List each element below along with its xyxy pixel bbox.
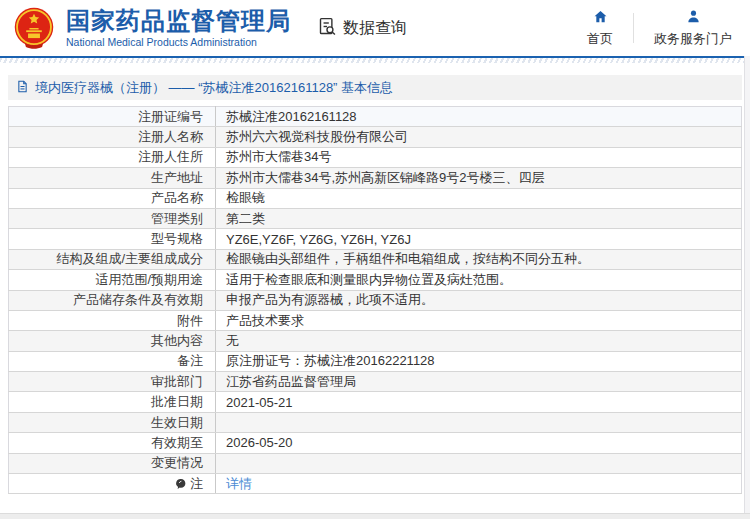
row-label: 注册人住所 — [9, 147, 216, 167]
page-title-bar: 境内医疗器械（注册） —— “苏械注准20162161128” 基本信息 — [8, 75, 742, 100]
row-label: 结构及组成/主要组成成分 — [9, 249, 216, 269]
row-value: 苏州市大儒巷34号 — [216, 147, 742, 167]
scrollbar[interactable] — [744, 56, 750, 513]
row-label: 附件 — [9, 310, 216, 330]
row-label: 其他内容 — [9, 331, 216, 351]
nav-home-label: 首页 — [587, 30, 613, 48]
row-label-text: 备注 — [177, 353, 203, 368]
nav-data-query[interactable]: 数据查询 — [317, 16, 407, 41]
row-label-text: 型号规格 — [151, 231, 203, 246]
table-row: 有效期至2026-05-20 — [9, 433, 742, 453]
row-label-text: 变更情况 — [151, 455, 203, 470]
table-row: 其他内容无 — [9, 331, 742, 351]
row-value: 详情 — [216, 474, 742, 494]
document-icon — [16, 79, 29, 97]
nav-home[interactable]: 首页 — [587, 9, 613, 48]
row-label-text: 生产地址 — [151, 170, 203, 185]
row-label: 管理类别 — [9, 208, 216, 228]
row-label-text: 其他内容 — [151, 333, 203, 348]
row-label: 审批部门 — [9, 372, 216, 392]
row-label: 产品储存条件及有效期 — [9, 290, 216, 310]
table-row: 生效日期 — [9, 412, 742, 432]
table-row: 注册证编号苏械注准20162161128 — [9, 107, 742, 127]
detail-link[interactable]: 详情 — [226, 476, 252, 491]
row-value: 检眼镜由头部组件，手柄组件和电箱组成，按结构不同分五种。 — [216, 249, 742, 269]
row-value-text: 申报产品为有源器械，此项不适用。 — [226, 292, 434, 307]
note-balloon-icon — [175, 478, 187, 490]
row-label-text: 附件 — [177, 313, 203, 328]
row-value: 检眼镜 — [216, 188, 742, 208]
site-header: 国家药品监督管理局 National Medical Products Admi… — [0, 0, 750, 56]
table-row: 适用范围/预期用途适用于检查眼底和测量眼内异物位置及病灶范围。 — [9, 270, 742, 290]
table-row: 注详情 — [9, 474, 742, 494]
home-icon — [593, 9, 608, 28]
row-label: 注册证编号 — [9, 107, 216, 127]
row-label-text: 生效日期 — [151, 415, 203, 430]
table-row: 产品储存条件及有效期申报产品为有源器械，此项不适用。 — [9, 290, 742, 310]
row-label: 变更情况 — [9, 453, 216, 473]
row-label: 产品名称 — [9, 188, 216, 208]
person-icon — [686, 9, 701, 28]
row-value-text: 2026-05-20 — [226, 435, 293, 450]
row-value-text: 无 — [226, 333, 239, 348]
table-row: 生产地址苏州市大儒巷34号,苏州高新区锦峰路9号2号楼三、四层 — [9, 168, 742, 188]
table-row: 产品名称检眼镜 — [9, 188, 742, 208]
row-value-text: 产品技术要求 — [226, 313, 304, 328]
row-value: 苏械注准20162161128 — [216, 107, 742, 127]
row-label: 注 — [9, 474, 216, 494]
nav-data-query-label: 数据查询 — [343, 18, 407, 39]
row-label-text: 管理类别 — [151, 211, 203, 226]
row-label: 备注 — [9, 351, 216, 371]
row-label-text: 注册证编号 — [138, 109, 203, 124]
table-row: 备注原注册证号：苏械注准20162221128 — [9, 351, 742, 371]
table-row: 注册人住所苏州市大儒巷34号 — [9, 147, 742, 167]
row-value-text: 苏械注准20162161128 — [226, 109, 357, 124]
row-label-text: 注册人名称 — [138, 129, 203, 144]
row-value-text: 苏州六六视觉科技股份有限公司 — [226, 129, 408, 144]
row-value-text: 江苏省药品监督管理局 — [226, 374, 356, 389]
row-label-text: 适用范围/预期用途 — [95, 272, 203, 287]
row-value: YZ6E,YZ6F, YZ6G, YZ6H, YZ6J — [216, 229, 742, 249]
row-label-text: 产品储存条件及有效期 — [73, 292, 203, 307]
org-name-en: National Medical Products Administration — [66, 36, 291, 48]
row-value-text: 苏州市大儒巷34号,苏州高新区锦峰路9号2号楼三、四层 — [226, 170, 545, 185]
row-value: 2026-05-20 — [216, 433, 742, 453]
row-value — [216, 453, 742, 473]
hatch-band — [0, 58, 750, 63]
row-value-text: 2021-05-21 — [226, 395, 293, 410]
row-label-text: 注册人住所 — [138, 149, 203, 164]
nav-portal-label: 政务服务门户 — [654, 30, 732, 48]
page: 国家药品监督管理局 National Medical Products Admi… — [0, 0, 750, 519]
row-label: 批准日期 — [9, 392, 216, 412]
table-row: 批准日期2021-05-21 — [9, 392, 742, 412]
org-title-block: 国家药品监督管理局 National Medical Products Admi… — [66, 8, 291, 48]
page-title: 境内医疗器械（注册） —— “苏械注准20162161128” 基本信息 — [35, 79, 393, 97]
table-row: 型号规格YZ6E,YZ6F, YZ6G, YZ6H, YZ6J — [9, 229, 742, 249]
row-value-text: 检眼镜由头部组件，手柄组件和电箱组成，按结构不同分五种。 — [226, 251, 590, 266]
row-value: 无 — [216, 331, 742, 351]
row-label: 注册人名称 — [9, 127, 216, 147]
org-name-cn: 国家药品监督管理局 — [66, 8, 291, 34]
row-value-text: 原注册证号：苏械注准20162221128 — [226, 353, 435, 368]
table-row: 结构及组成/主要组成成分检眼镜由头部组件，手柄组件和电箱组成，按结构不同分五种。 — [9, 249, 742, 269]
nav-portal[interactable]: 政务服务门户 — [654, 9, 732, 48]
row-value-text: 苏州市大儒巷34号 — [226, 149, 331, 164]
row-value: 苏州市大儒巷34号,苏州高新区锦峰路9号2号楼三、四层 — [216, 168, 742, 188]
row-value: 原注册证号：苏械注准20162221128 — [216, 351, 742, 371]
row-label: 型号规格 — [9, 229, 216, 249]
row-label: 有效期至 — [9, 433, 216, 453]
row-value: 2021-05-21 — [216, 392, 742, 412]
row-label-text: 结构及组成/主要组成成分 — [56, 251, 203, 266]
table-row: 变更情况 — [9, 453, 742, 473]
row-label-text: 批准日期 — [151, 394, 203, 409]
row-value-text: 适用于检查眼底和测量眼内异物位置及病灶范围。 — [226, 272, 512, 287]
row-value: 适用于检查眼底和测量眼内异物位置及病灶范围。 — [216, 270, 742, 290]
table-row: 附件产品技术要求 — [9, 310, 742, 330]
row-label-text: 审批部门 — [151, 374, 203, 389]
row-value-text: 检眼镜 — [226, 190, 265, 205]
document-search-icon — [317, 16, 338, 41]
row-label-text: 产品名称 — [151, 190, 203, 205]
row-value: 苏州六六视觉科技股份有限公司 — [216, 127, 742, 147]
national-emblem-logo[interactable] — [12, 6, 56, 50]
table-row: 审批部门江苏省药品监督管理局 — [9, 372, 742, 392]
